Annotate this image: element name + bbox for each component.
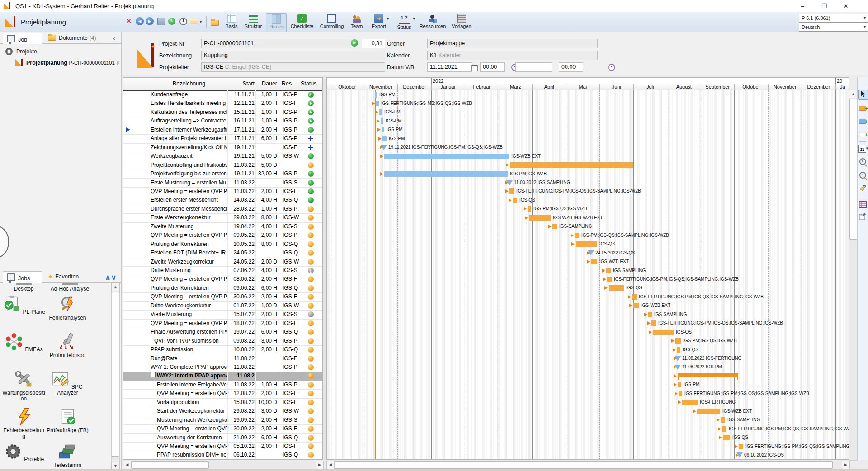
task-row[interactable]: Vorlaufproduktion15.08.2210,00 DIGS-F: [123, 398, 322, 407]
dock-scroll-thumb[interactable]: [112, 292, 119, 457]
clock-icon[interactable]: [179, 18, 187, 25]
task-row[interactable]: Erstellen FOT (DIM Bericht+ IR24.05.22IG…: [123, 249, 322, 258]
gantt-bar[interactable]: [606, 268, 611, 273]
task-row[interactable]: QVP Meeting = erstellen QVP Pr11.03.222,…: [123, 187, 322, 196]
grid-view-icon[interactable]: [858, 200, 867, 209]
time-start-field[interactable]: 00:00: [480, 62, 505, 72]
ordner-field[interactable]: Projektmappe: [427, 39, 598, 48]
month-cell[interactable]: November: [768, 84, 802, 90]
dock-item-adhoc-analyse[interactable]: Ad-Hoc Analyse: [46, 283, 94, 292]
gantt-bar[interactable]: [575, 233, 579, 238]
save-icon[interactable]: [157, 18, 165, 25]
gantt-bar[interactable]: [651, 320, 656, 326]
forward-icon[interactable]: ▶: [146, 17, 154, 25]
gantt-bar[interactable]: [376, 101, 379, 106]
calendar-scale-dropdown-icon[interactable]: ▼: [865, 146, 868, 151]
gantt-bar[interactable]: [382, 127, 384, 132]
gantt-row[interactable]: IGS-SAMPLING: [327, 416, 849, 424]
task-row[interactable]: Zweite Werkzeugkorrektur24.05.222,00 DIG…: [123, 258, 322, 267]
milestone-icon[interactable]: [588, 250, 594, 255]
gantt-bar[interactable]: [607, 277, 612, 282]
gantt-vscroll-thumb[interactable]: [849, 99, 857, 240]
tab-planen[interactable]: Planen: [266, 13, 287, 33]
dock-item-pruefmitteldispo[interactable]: Prüfmitteldispo: [46, 332, 89, 358]
task-row[interactable]: PPAP submission10.08.222,00 HIGS-Q: [123, 345, 322, 354]
gantt-bar[interactable]: [653, 330, 674, 335]
gantt-row[interactable]: IGS-PM;IGS-QS;IGS-WZB: [327, 337, 849, 345]
gantt-bar[interactable]: [609, 285, 624, 291]
back-icon[interactable]: ◀: [136, 17, 144, 25]
dock-item-teilestamm[interactable]: Teilestamm: [46, 442, 89, 468]
gantt-row[interactable]: IGS-SAMPLING: [327, 222, 849, 231]
close-button[interactable]: ✕: [835, 0, 856, 12]
month-cell[interactable]: Oktober: [734, 84, 768, 90]
month-cell[interactable]: Dezember: [397, 84, 431, 90]
dock-item-projekte[interactable]: Projekte: [2, 442, 45, 462]
task-row[interactable]: Erstellen erster Messbericht14.03.224,00…: [123, 196, 322, 205]
note-edit-icon[interactable]: [858, 213, 867, 222]
task-row[interactable]: Start der Werkzeugkorrektur29.08.223,00 …: [123, 407, 322, 416]
table-scroll-left-icon[interactable]: ◀: [123, 461, 131, 469]
gantt-row[interactable]: 24.05.2022 IGS-QS: [327, 249, 849, 257]
gantt-bar[interactable]: [675, 338, 681, 344]
milestone-icon[interactable]: [506, 180, 513, 185]
gantt-scroll-right-icon[interactable]: ▶: [842, 461, 850, 469]
milestone-icon[interactable]: [381, 145, 387, 150]
gantt-row[interactable]: IGS-PM: [327, 117, 849, 125]
factor-field[interactable]: 0,31: [362, 39, 385, 48]
month-cell[interactable]: Oktober: [330, 84, 364, 90]
gantt-row[interactable]: IGS-QS: [327, 345, 849, 354]
gantt-row[interactable]: IGS-FERTIGUNG;IGS-PM;IGS-QS;IGS-SAMPLING…: [327, 442, 849, 451]
gantt-row[interactable]: IGS-PM: [327, 90, 849, 99]
task-row[interactable]: Vierte Musterung15.07.222,00 HIGS-S: [123, 310, 322, 319]
maximize-button[interactable]: ❐: [814, 0, 835, 12]
month-cell[interactable]: August: [667, 84, 701, 90]
month-cell[interactable]: November: [364, 84, 398, 90]
gantt-bar[interactable]: [739, 444, 743, 449]
projektleiter-field[interactable]: IGS-CE C. Engel (IGS-CE): [201, 62, 385, 72]
gantt-bar[interactable]: [576, 241, 597, 247]
add-subtask-icon[interactable]: [858, 117, 867, 126]
col-res[interactable]: Res: [282, 80, 300, 88]
month-cell[interactable]: Januar: [431, 84, 465, 90]
gantt-row[interactable]: IGS-FERTIGUNG: [327, 398, 849, 407]
language-select[interactable]: Deutsch▼: [799, 23, 868, 32]
tab-team[interactable]: Team: [348, 13, 365, 32]
collapse-expander-icon[interactable]: [151, 372, 156, 377]
month-cell[interactable]: Februar: [465, 84, 499, 90]
gantt-bar[interactable]: [513, 198, 517, 203]
task-row[interactable]: Musterung nach Werkzeugkor19.09.222,00 H…: [123, 416, 322, 425]
gantt-bar[interactable]: [633, 303, 639, 308]
gantt-bar[interactable]: [529, 215, 551, 221]
tab-controlling[interactable]: Controlling: [317, 13, 346, 32]
tab-status[interactable]: 1.2 Status ▼: [392, 13, 416, 32]
projekt-nr-field[interactable]: P-CH-00000001101: [201, 39, 351, 48]
task-row[interactable]: Erste Musterung = erstellen Mu11.03.22IG…: [123, 179, 322, 188]
gantt-row[interactable]: IGS-WZB;IGS-WZB EXT: [327, 213, 849, 222]
minimize-button[interactable]: –: [792, 0, 813, 12]
gantt-row[interactable]: IGS-PM;IGS-QS;IGS-SAMPLING;IGS-WZB: [327, 231, 849, 240]
summary-bar[interactable]: [678, 373, 738, 377]
gantt-row[interactable]: 11.08.2022 IGS-FERTIGUNG: [327, 354, 849, 363]
task-row[interactable]: Zweite Musterung19.04.224,00 HIGS-S: [123, 222, 322, 231]
task-row[interactable]: QVP Meeting = erstellen QVP Pr09.05.222,…: [123, 231, 322, 240]
task-row[interactable]: Projektverfolgung bis zur ersten19.11.21…: [123, 170, 322, 179]
gantt-bar[interactable]: [381, 118, 383, 124]
tab-job[interactable]: Job: [3, 33, 42, 44]
sidebar-collapse-icon[interactable]: ‹: [113, 34, 115, 42]
time-end-field[interactable]: 00:00: [559, 62, 583, 72]
date-end-field[interactable]: [515, 62, 552, 72]
task-row[interactable]: QVP Meeting = erstellen QVP20.09.222,00 …: [123, 424, 322, 433]
kalender-field[interactable]: K1 Kalender: [427, 51, 598, 60]
export-dropdown-icon[interactable]: ▼: [386, 17, 390, 21]
gantt-bar[interactable]: [679, 391, 682, 396]
dock-item-pruefauftraege[interactable]: Prüfaufträge (FB): [46, 407, 89, 433]
date-start-field[interactable]: 11.11.2021: [427, 62, 472, 72]
gantt-row[interactable]: [327, 161, 849, 170]
gantt-bar[interactable]: [510, 162, 633, 168]
gantt-row[interactable]: IGS-PM: [327, 108, 849, 117]
gantt-row[interactable]: IGS-FERTIGUNG;IGS-PM;IGS-QS;IGS-SAMPLING…: [327, 187, 849, 196]
tree-item-projekte[interactable]: Projekte: [16, 48, 37, 55]
gantt-row[interactable]: IGS-FERTIGUNG;IGS-PM;IGS-QS;IGS-SAMPLING…: [327, 275, 849, 283]
dock-scroll-up-icon[interactable]: ▲: [111, 283, 120, 291]
